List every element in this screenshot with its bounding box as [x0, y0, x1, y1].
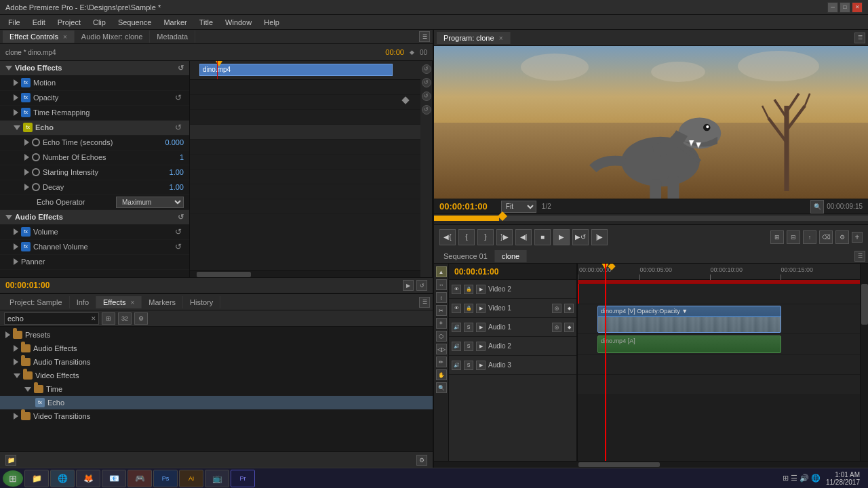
v2-lock-btn[interactable]: 🔒 — [464, 285, 473, 294]
menu-sequence[interactable]: Sequence — [113, 17, 157, 28]
num-echoes-row[interactable]: Number Of Echoes 1 — [0, 150, 189, 165]
v1-expand-btn[interactable]: ▶ — [476, 304, 486, 313]
timeline-vscrollbar[interactable] — [860, 264, 868, 461]
num-echoes-stopwatch[interactable] — [32, 153, 40, 161]
tab-project[interactable]: Project: Sample — [3, 296, 70, 308]
v2-mute-btn[interactable]: 👁 — [452, 285, 461, 294]
menu-clip[interactable]: Clip — [87, 17, 111, 28]
decay-row[interactable]: Decay 1.00 — [0, 180, 189, 195]
tab-effects[interactable]: Effects × — [96, 296, 142, 308]
transport-prev-edit[interactable]: ◀{ — [439, 229, 456, 245]
tool-rolling[interactable]: ↕ — [436, 292, 447, 303]
v1-lock-btn[interactable]: 🔒 — [464, 304, 473, 313]
tree-presets[interactable]: Presets — [0, 328, 433, 342]
tab-sequence01[interactable]: Sequence 01 — [437, 250, 495, 262]
taskbar-media[interactable]: 📺 — [205, 470, 229, 487]
timeline-hscrollbar[interactable] — [434, 461, 868, 468]
volume-row[interactable]: fx Volume ↺ — [0, 225, 189, 240]
tab-history[interactable]: History — [183, 296, 220, 308]
fit-select[interactable]: Fit 25% 50% 100% — [501, 201, 536, 213]
tree-audio-effects[interactable]: Audio Effects — [0, 342, 433, 355]
motion-row[interactable]: fx Motion — [0, 76, 189, 91]
a1-expand-btn[interactable]: ▶ — [476, 323, 486, 332]
transport-step-back[interactable]: ◀| — [515, 229, 532, 245]
tool-rate-stretch[interactable]: ✂ — [436, 305, 447, 316]
search-input[interactable] — [4, 312, 99, 325]
monitor-add-btn[interactable]: + — [852, 232, 863, 243]
time-remapping-row[interactable]: fx Time Remapping — [0, 106, 189, 121]
starting-intensity-row[interactable]: Starting Intensity 1.00 — [0, 165, 189, 180]
new-folder-btn[interactable]: 📁 — [5, 455, 16, 466]
tool-razor[interactable]: ⌗ — [436, 318, 447, 329]
opacity-row[interactable]: fx Opacity ↺ — [0, 91, 189, 106]
taskbar-ai[interactable]: Ai — [179, 470, 203, 487]
tool-hand[interactable]: ✋ — [436, 369, 447, 380]
ec-play-btn[interactable]: ▶ — [403, 280, 414, 291]
tree-audio-transitions[interactable]: Audio Transitions — [0, 355, 433, 369]
monitor-settings-btn[interactable]: ⚙ — [835, 230, 849, 244]
v1-mute-btn[interactable]: 👁 — [452, 304, 461, 313]
volume-reset-btn[interactable]: ↺ — [173, 226, 184, 237]
tab-audio-mixer[interactable]: Audio Mixer: clone — [75, 30, 151, 43]
a1-keyframe-btn[interactable]: ◆ — [564, 323, 574, 332]
taskbar-pr[interactable]: Pr — [231, 470, 255, 487]
taskbar-game[interactable]: 🎮 — [127, 470, 152, 487]
menu-title[interactable]: Title — [194, 17, 218, 28]
taskbar-explorer[interactable]: 📁 — [24, 470, 49, 487]
ec-loop-btn[interactable]: ↺ — [416, 280, 427, 291]
opacity-reset-icon[interactable]: ↺ — [422, 78, 431, 87]
menu-marker[interactable]: Marker — [158, 17, 192, 28]
tab-info[interactable]: Info — [70, 296, 96, 308]
menu-help[interactable]: Help — [258, 17, 285, 28]
v1-keyframe-btn[interactable]: ◆ — [564, 304, 574, 313]
taskbar-firefox[interactable]: 🦊 — [76, 470, 100, 487]
menu-project[interactable]: Project — [52, 17, 86, 28]
v2-expand-btn[interactable]: ▶ — [476, 285, 486, 294]
menu-file[interactable]: File — [3, 17, 26, 28]
tree-echo[interactable]: fx Echo — [0, 396, 433, 409]
a1-sync-btn[interactable]: ◎ — [552, 323, 561, 332]
tab-effect-controls[interactable]: Effect Controls × — [3, 30, 75, 43]
monitor-zoom-btn[interactable]: 🔍 — [810, 200, 824, 214]
ec-scroll-thumb[interactable] — [197, 272, 251, 277]
a3-solo-btn[interactable]: S — [464, 361, 473, 370]
monitor-panel-menu[interactable]: ☰ — [854, 33, 865, 43]
search-options-btn[interactable]: 32 — [118, 312, 132, 325]
transport-next-edit[interactable]: }▶ — [496, 229, 513, 245]
tab-effects-close[interactable]: × — [131, 299, 135, 306]
a1-solo-btn[interactable]: S — [464, 323, 473, 332]
tool-select[interactable]: ▲ — [436, 266, 447, 277]
tree-video-transitions[interactable]: Video Transitions — [0, 409, 433, 423]
monitor-extract-btn[interactable]: ⌫ — [819, 230, 833, 244]
echo-reset-icon[interactable]: ↺ — [422, 105, 431, 115]
video-effects-header[interactable]: Video Effects ↺ — [0, 61, 189, 76]
tab-markers[interactable]: Markers — [142, 296, 183, 308]
video-effects-reset[interactable]: ↺ — [178, 64, 184, 73]
search-clear-btn[interactable]: ✕ — [91, 315, 96, 322]
close-button[interactable]: ✕ — [852, 2, 863, 13]
opacity-reset-btn[interactable]: ↺ — [173, 92, 184, 103]
menu-edit[interactable]: Edit — [27, 17, 51, 28]
monitor-overwrite-btn[interactable]: ⊟ — [787, 230, 800, 244]
monitor-insert-btn[interactable]: ⊞ — [770, 230, 784, 244]
ec-horizontal-scrollbar[interactable] — [190, 270, 420, 277]
hscroll-thumb[interactable] — [578, 462, 660, 467]
motion-reset-icon[interactable]: ↺ — [422, 64, 431, 74]
panel-menu-btn[interactable]: ☰ — [419, 31, 430, 42]
transport-play[interactable]: ▶ — [553, 229, 570, 245]
start-button[interactable]: ⊞ — [3, 470, 23, 487]
monitor-lift-btn[interactable]: ↑ — [803, 230, 816, 244]
echo-operator-row[interactable]: Echo Operator Maximum Add Minimum Screen — [0, 195, 189, 210]
tab-effect-controls-close[interactable]: × — [63, 33, 67, 41]
a2-expand-btn[interactable]: ▶ — [476, 342, 486, 351]
maximize-button[interactable]: □ — [840, 2, 850, 13]
search-filter-btn[interactable]: ⚙ — [134, 312, 148, 325]
channel-volume-reset-btn[interactable]: ↺ — [173, 241, 184, 252]
tab-program-close[interactable]: × — [499, 35, 503, 42]
timeline-panel-menu[interactable]: ☰ — [854, 251, 865, 262]
a2-mute-btn[interactable]: 🔊 — [452, 342, 461, 351]
tab-metadata[interactable]: Metadata — [150, 30, 195, 43]
video1-clip[interactable]: dino.mp4 [V] Opacity:Opacity ▼ — [597, 306, 781, 333]
transport-in-point[interactable]: { — [458, 229, 475, 245]
tab-clone[interactable]: clone — [495, 250, 527, 262]
